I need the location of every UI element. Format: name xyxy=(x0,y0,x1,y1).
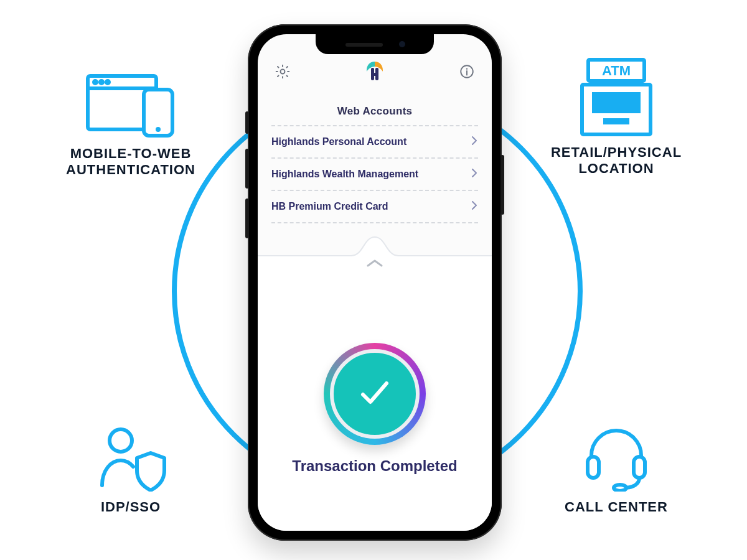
side-button xyxy=(245,111,249,134)
chevron-right-icon xyxy=(471,167,478,181)
channel-label: CALL CENTER xyxy=(565,499,668,515)
account-name: Highlands Personal Account xyxy=(271,136,406,147)
channel-label: RETAIL/PHYSICAL LOCATION xyxy=(551,144,682,177)
channel-mobile-to-web: MOBILE-TO-WEB AUTHENTICATION xyxy=(37,70,224,179)
svg-point-2 xyxy=(94,81,96,83)
svg-point-6 xyxy=(156,127,161,132)
svg-rect-10 xyxy=(592,92,641,113)
brand-logo-icon xyxy=(362,59,387,84)
browser-phone-icon xyxy=(84,70,177,141)
svg-point-21 xyxy=(466,68,467,69)
channel-retail: ATM RETAIL/PHYSICAL LOCATION xyxy=(523,56,710,177)
side-button xyxy=(245,149,249,189)
app-topbar xyxy=(258,59,492,84)
svg-point-4 xyxy=(106,81,109,83)
svg-point-15 xyxy=(614,485,626,491)
svg-point-12 xyxy=(110,429,132,452)
account-row[interactable]: HB Premium Credit Card xyxy=(271,190,478,223)
phone-notch xyxy=(316,34,434,54)
side-button xyxy=(245,198,249,238)
svg-rect-11 xyxy=(603,118,629,124)
headset-icon xyxy=(579,423,654,494)
svg-rect-13 xyxy=(588,457,599,478)
success-badge xyxy=(324,343,426,445)
channel-call-center: CALL CENTER xyxy=(548,423,685,515)
info-icon[interactable] xyxy=(457,62,477,82)
chevron-up-icon[interactable] xyxy=(365,258,384,271)
account-name: HB Premium Credit Card xyxy=(271,201,388,212)
svg-point-16 xyxy=(281,70,285,74)
svg-rect-19 xyxy=(371,73,378,76)
svg-rect-14 xyxy=(634,457,645,478)
account-name: Highlands Wealth Management xyxy=(271,169,418,180)
check-icon xyxy=(353,371,397,417)
channel-label: IDP/SSO xyxy=(101,499,161,515)
atm-icon: ATM xyxy=(576,56,657,139)
transaction-status: Transaction Completed xyxy=(258,457,492,475)
account-row[interactable]: Highlands Personal Account xyxy=(271,125,478,157)
side-button xyxy=(500,155,504,215)
user-shield-icon xyxy=(93,423,168,494)
svg-text:ATM: ATM xyxy=(602,63,631,78)
gear-icon[interactable] xyxy=(273,62,293,82)
chevron-right-icon xyxy=(471,135,478,149)
phone-device: Web Accounts Highlands Personal Account … xyxy=(248,24,502,541)
svg-point-3 xyxy=(100,81,103,83)
accounts-list: Highlands Personal Account Highlands Wea… xyxy=(271,125,478,223)
channel-label: MOBILE-TO-WEB AUTHENTICATION xyxy=(66,146,195,179)
channel-idp-sso: IDP/SSO xyxy=(62,423,199,515)
account-row[interactable]: Highlands Wealth Management xyxy=(271,157,478,190)
bottom-sheet: Transaction Completed xyxy=(258,256,492,531)
chevron-right-icon xyxy=(471,200,478,213)
section-title: Web Accounts xyxy=(258,105,492,118)
phone-screen: Web Accounts Highlands Personal Account … xyxy=(258,34,492,531)
